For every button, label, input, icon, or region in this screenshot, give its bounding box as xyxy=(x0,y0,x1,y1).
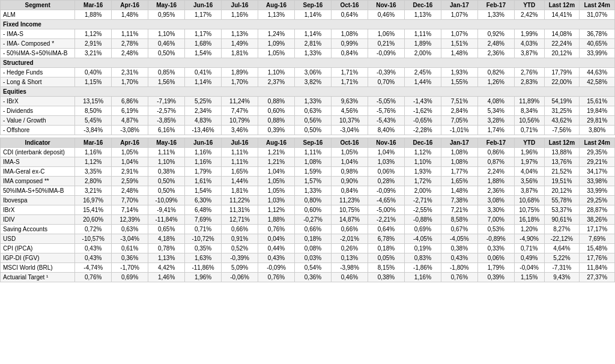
row-label: CPI (IPCA) xyxy=(1,244,75,253)
cell-value: -4,65% xyxy=(368,196,404,205)
cell-value: 0,53% xyxy=(477,225,514,234)
cell-value: 1,71% xyxy=(331,68,368,77)
cell-value: -0,88% xyxy=(404,215,441,225)
cell-value: 0,71% xyxy=(514,126,544,135)
cell-value: 0,69% xyxy=(404,225,441,234)
cell-value: -2,57% xyxy=(148,106,185,116)
cell-value: -3,04% xyxy=(112,234,148,244)
category-row: Fixed Income xyxy=(1,20,615,29)
cell-value: 3,35% xyxy=(75,167,112,177)
cell-value: 1,16% xyxy=(222,10,258,20)
cell-value: 33,99% xyxy=(580,186,615,196)
cell-value: 0,76% xyxy=(258,273,295,282)
cell-value: 3,06% xyxy=(295,68,332,77)
cell-value: 19,84% xyxy=(580,106,615,116)
cell-value: 11,23% xyxy=(331,196,368,205)
cell-value: 43,62% xyxy=(544,116,580,126)
cell-value: 6,78% xyxy=(368,234,404,244)
cell-value: 1,10% xyxy=(148,29,185,39)
cell-value: 0,43% xyxy=(75,244,112,253)
table-row: - Dividends8,50%6,19%-2,57%2,34%7,47%0,6… xyxy=(1,106,615,116)
cell-value: 0,04% xyxy=(258,234,295,244)
cell-value: -11,86% xyxy=(185,263,222,273)
cell-value: 29,35% xyxy=(580,148,615,157)
cell-value: 1,79% xyxy=(185,167,222,177)
cell-value: 1,12% xyxy=(75,157,112,167)
cell-value: 1,15% xyxy=(514,273,544,282)
cell-value: 38,26% xyxy=(580,215,615,225)
cell-value: 0,50% xyxy=(295,126,332,135)
cell-value: 0,99% xyxy=(331,39,368,49)
cell-value: 4,83% xyxy=(185,116,222,126)
cell-value: 0,56% xyxy=(295,116,332,126)
cell-value: 1,61% xyxy=(185,177,222,186)
cell-value: 1,08% xyxy=(441,157,477,167)
cell-value: -10,72% xyxy=(185,234,222,244)
cell-value: 2,31% xyxy=(112,68,148,77)
row-label: CDI (interbank deposit) xyxy=(1,148,75,157)
cell-value: 0,76% xyxy=(258,225,295,234)
cell-value: 1,11% xyxy=(148,148,185,157)
cell-value: 6,19% xyxy=(112,106,148,116)
cell-value: 0,43% xyxy=(75,253,112,263)
ind-may16-header: May-16 xyxy=(148,138,185,148)
cell-value: 1,54% xyxy=(185,49,222,58)
cell-value: 3,82% xyxy=(295,77,332,87)
cell-value: -1,80% xyxy=(441,263,477,273)
cell-value: -11,84% xyxy=(148,215,185,225)
cell-value: 1,65% xyxy=(222,167,258,177)
cell-value: 1,16% xyxy=(185,157,222,167)
cell-value: 22,00% xyxy=(544,77,580,87)
table-row: - Value / Growth5,45%4,87%-3,85%4,83%10,… xyxy=(1,116,615,126)
cell-value: 0,63% xyxy=(112,225,148,234)
cell-value: 13,15% xyxy=(75,97,112,106)
cell-value: 10,75% xyxy=(331,205,368,215)
cell-value: 16,97% xyxy=(75,196,112,205)
cell-value: 1,10% xyxy=(258,68,295,77)
cell-value: 2,00% xyxy=(404,49,441,58)
cell-value: 0,43% xyxy=(258,253,295,263)
segment-col-header: Segment xyxy=(1,1,75,10)
table-row: IMA-S1,12%1,04%1,10%1,16%1,11%1,21%1,08%… xyxy=(1,157,615,167)
cell-value: 13,88% xyxy=(544,148,580,157)
cell-value: 90,61% xyxy=(544,215,580,225)
cell-value: 1,33% xyxy=(295,97,332,106)
cell-value: 0,66% xyxy=(331,225,368,234)
cell-value: 0,72% xyxy=(75,225,112,234)
cell-value: 1,17% xyxy=(185,10,222,20)
ind-jul16-header: Jul-16 xyxy=(222,138,258,148)
cell-value: 1,56% xyxy=(148,77,185,87)
indicator-header-row: Indicator Mar-16 Apr-16 May-16 Jun-16 Ju… xyxy=(1,138,615,148)
table-row: ALM1,88%1,48%0,95%1,17%1,16%1,13%1,14%0,… xyxy=(1,10,615,20)
row-label: Ibovespa xyxy=(1,196,75,205)
ind-jun16-header: Jun-16 xyxy=(185,138,222,148)
cell-value: 20,60% xyxy=(75,215,112,225)
cell-value: 12,71% xyxy=(222,215,258,225)
cell-value: 0,83% xyxy=(404,253,441,263)
cell-value: 6,86% xyxy=(112,97,148,106)
category-label: Fixed Income xyxy=(1,20,615,29)
cell-value: 1,09% xyxy=(258,39,295,49)
cell-value: 5,22% xyxy=(544,253,580,263)
cell-value: 0,50% xyxy=(148,186,185,196)
cell-value: -2,21% xyxy=(368,215,404,225)
cell-value: 0,95% xyxy=(148,10,185,20)
cell-value: 1,44% xyxy=(222,177,258,186)
cell-value: 1,14% xyxy=(295,10,332,20)
cell-value: 0,61% xyxy=(112,244,148,253)
row-label: - Hedge Funds xyxy=(1,68,75,77)
cell-value: 8,40% xyxy=(368,126,404,135)
cell-value: 0,64% xyxy=(368,225,404,234)
cell-value: 0,84% xyxy=(331,186,368,196)
cell-value: 0,05% xyxy=(368,253,404,263)
cell-value: -7,31% xyxy=(544,263,580,273)
cell-value: 1,44% xyxy=(404,77,441,87)
cell-value: 1,14% xyxy=(295,29,332,39)
table-row: - Hedge Funds0,40%2,31%0,85%0,41%1,89%1,… xyxy=(1,68,615,77)
cell-value: 0,38% xyxy=(368,273,404,282)
cell-value: -0,65% xyxy=(404,116,441,126)
cell-value: 0,80% xyxy=(295,196,332,205)
segment-header-row: Segment Mar-16 Apr-16 May-16 Jun-16 Jul-… xyxy=(1,1,615,10)
ind-last12m-header: Last 12m xyxy=(544,138,580,148)
cell-value: 1,05% xyxy=(258,186,295,196)
